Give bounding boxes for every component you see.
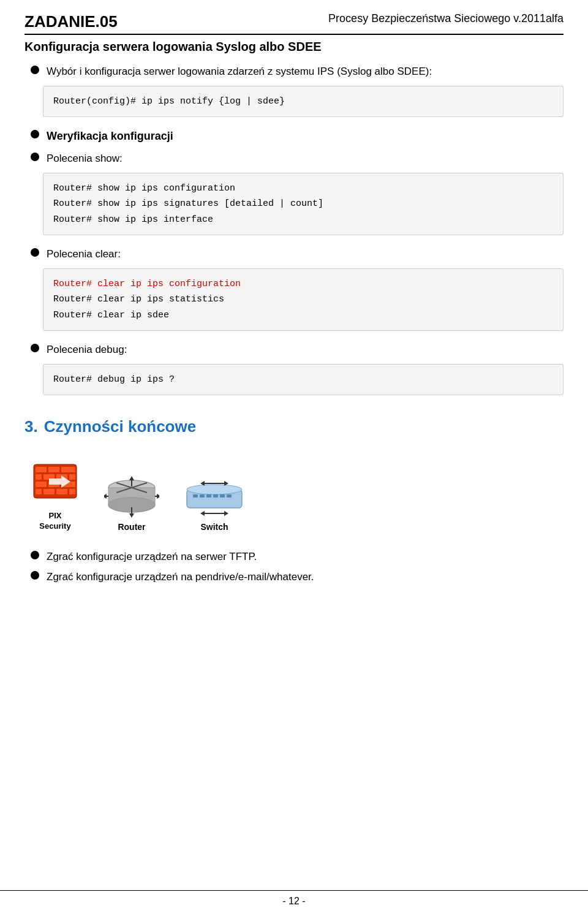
devices-row: PIX Security bbox=[31, 458, 564, 532]
switch-device: Switch bbox=[184, 478, 245, 532]
svg-rect-14 bbox=[69, 489, 75, 494]
polecenia-debug-label: Polecenia debug: bbox=[47, 342, 127, 358]
router-device: Router bbox=[104, 475, 159, 532]
end-bullet-2: Zgrać konfiguracje urządzeń na pendrive/… bbox=[31, 569, 564, 585]
svg-rect-12 bbox=[43, 489, 55, 494]
svg-marker-41 bbox=[224, 511, 228, 516]
svg-rect-34 bbox=[213, 494, 218, 497]
svg-rect-2 bbox=[48, 467, 59, 472]
code-line-1: Router(config)# ip ips notify {log | sde… bbox=[53, 96, 285, 107]
code-box-clear: Router# clear ip ips configuration Route… bbox=[43, 268, 564, 331]
bullet-dot-show bbox=[31, 153, 39, 161]
show-line3: Router# show ip ips interface bbox=[53, 214, 213, 225]
svg-rect-11 bbox=[36, 489, 42, 494]
bullet-clear: Polecenia clear: bbox=[31, 246, 564, 262]
show-line2: Router# show ip ips signatures [detailed… bbox=[53, 199, 323, 209]
page: ZADANIE.05 Procesy Bezpieczeństwa Siecio… bbox=[0, 0, 588, 919]
svg-rect-13 bbox=[56, 489, 67, 494]
bullet-debug: Polecenia debug: bbox=[31, 342, 564, 358]
code-box-1: Router(config)# ip ips notify {log | sde… bbox=[43, 86, 564, 118]
pix-device: PIX Security bbox=[31, 458, 80, 532]
clear-line3: Router# clear ip sdee bbox=[53, 310, 169, 320]
section3-number: 3. bbox=[24, 417, 38, 436]
bullet-dot-end1 bbox=[31, 551, 39, 559]
show-line1: Router# show ip ips configuration bbox=[53, 183, 235, 194]
bullet-text-1: Wybór i konfiguracja serwer logowania zd… bbox=[47, 64, 432, 80]
svg-marker-26 bbox=[104, 494, 107, 499]
svg-point-30 bbox=[187, 485, 242, 494]
clear-line2: Router# clear ip ips statistics bbox=[53, 294, 224, 304]
svg-rect-3 bbox=[61, 467, 75, 472]
switch-label: Switch bbox=[200, 522, 228, 532]
polecenia-show-label: Polecenia show: bbox=[47, 151, 123, 167]
weryfikacja-heading: Weryfikacja konfiguracji bbox=[47, 128, 173, 145]
bullet-dot-end2 bbox=[31, 571, 39, 580]
bullet-item-1: Wybór i konfiguracja serwer logowania zd… bbox=[31, 64, 564, 80]
polecenia-show-label-text: Polecenia show: bbox=[47, 153, 123, 164]
svg-marker-28 bbox=[157, 494, 159, 499]
page-title: ZADANIE.05 bbox=[24, 12, 118, 31]
end-bullet-text-2: Zgrać konfiguracje urządzeń na pendrive/… bbox=[47, 569, 314, 585]
svg-rect-7 bbox=[69, 474, 75, 480]
clear-line1-highlight: Router# clear ip ips configuration bbox=[53, 279, 241, 289]
svg-marker-42 bbox=[200, 511, 205, 516]
bullet-show: Polecenia show: bbox=[31, 151, 564, 167]
page-footer: - 12 - bbox=[0, 890, 588, 907]
svg-rect-8 bbox=[36, 482, 47, 487]
switch-svg-icon bbox=[184, 478, 245, 518]
svg-rect-1 bbox=[36, 467, 47, 472]
bullet-dot-1 bbox=[31, 66, 39, 74]
pix-icon bbox=[31, 458, 80, 507]
code-box-debug: Router# debug ip ips ? bbox=[43, 364, 564, 396]
svg-rect-31 bbox=[193, 494, 198, 497]
svg-marker-24 bbox=[129, 513, 134, 518]
bullet-dot-weryfikacja bbox=[31, 130, 39, 138]
router-svg-icon bbox=[104, 475, 159, 518]
svg-rect-33 bbox=[206, 494, 211, 497]
pix-label: PIX Security bbox=[39, 511, 70, 532]
footer-text: - 12 - bbox=[282, 896, 305, 906]
end-bullet-text-1: Zgrać konfiguracje urządzeń na serwer TF… bbox=[47, 549, 257, 565]
router-label: Router bbox=[118, 522, 145, 532]
section-heading: Konfiguracja serwera logowania Syslog al… bbox=[24, 40, 564, 54]
svg-rect-35 bbox=[220, 494, 225, 497]
code-box-show: Router# show ip ips configuration Router… bbox=[43, 173, 564, 236]
svg-rect-36 bbox=[227, 494, 232, 497]
page-subtitle: Procesy Bezpieczeństwa Sieciowego v.2011… bbox=[328, 12, 564, 25]
debug-line1: Router# debug ip ips ? bbox=[53, 374, 175, 385]
end-bullet-1: Zgrać konfiguracje urządzeń na serwer TF… bbox=[31, 549, 564, 565]
bullet-dot-debug bbox=[31, 344, 39, 352]
svg-rect-32 bbox=[200, 494, 205, 497]
section3-title: Czynności końcowe bbox=[44, 417, 197, 436]
weryfikacja-heading-item: Weryfikacja konfiguracji bbox=[31, 128, 564, 145]
header: ZADANIE.05 Procesy Bezpieczeństwa Siecio… bbox=[24, 12, 564, 35]
bullet-dot-clear bbox=[31, 248, 39, 257]
svg-marker-22 bbox=[129, 476, 134, 480]
polecenia-clear-label: Polecenia clear: bbox=[47, 246, 121, 262]
svg-rect-4 bbox=[36, 474, 42, 480]
